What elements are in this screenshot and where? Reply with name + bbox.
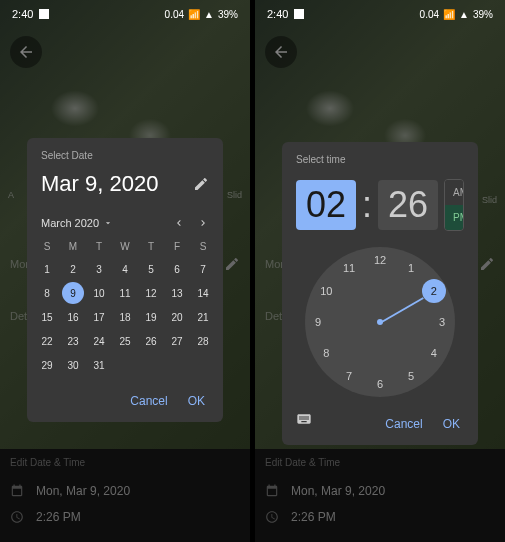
clock-hour[interactable]: 5 xyxy=(399,364,423,388)
keyboard-icon xyxy=(296,411,312,427)
calendar-day[interactable]: 29 xyxy=(36,354,58,376)
calendar-day[interactable]: 30 xyxy=(62,354,84,376)
month-label: March 2020 xyxy=(41,217,99,229)
keyboard-toggle[interactable] xyxy=(296,411,312,431)
calendar-day[interactable]: 16 xyxy=(62,306,84,328)
cancel-button[interactable]: Cancel xyxy=(130,394,167,408)
selected-date-display: Mar 9, 2020 xyxy=(41,171,158,197)
weekday-header: M xyxy=(61,237,85,256)
clock-hour[interactable]: 4 xyxy=(422,341,446,365)
status-battery: 39% xyxy=(218,9,238,20)
calendar-day[interactable]: 12 xyxy=(140,282,162,304)
status-net: 0.04 xyxy=(165,9,184,20)
calendar-day[interactable]: 6 xyxy=(166,258,188,280)
clock-face[interactable]: 123456789101112 xyxy=(305,247,455,397)
minute-input[interactable]: 26 xyxy=(378,180,438,230)
calendar-day[interactable]: 9 xyxy=(62,282,84,304)
weekday-header: W xyxy=(113,237,137,256)
calendar-day[interactable]: 25 xyxy=(114,330,136,352)
phone-date: 2:40 0.04 📶 ▲ 39% A Slid Mon Deta Select… xyxy=(0,0,250,542)
status-time: 2:40 xyxy=(267,8,288,20)
prev-month-button[interactable] xyxy=(173,217,185,229)
pm-button[interactable]: PM xyxy=(445,205,463,230)
clock-hour[interactable]: 3 xyxy=(430,310,454,334)
chevron-down-icon xyxy=(103,218,113,228)
status-time: 2:40 xyxy=(12,8,33,20)
weekday-header: S xyxy=(35,237,59,256)
calendar-day[interactable]: 28 xyxy=(192,330,214,352)
weekday-header: T xyxy=(139,237,163,256)
calendar-day[interactable]: 18 xyxy=(114,306,136,328)
calendar-day[interactable]: 22 xyxy=(36,330,58,352)
calendar-day[interactable]: 24 xyxy=(88,330,110,352)
clock-hour[interactable]: 11 xyxy=(337,256,361,280)
time-colon: : xyxy=(362,184,372,226)
weekday-header: F xyxy=(165,237,189,256)
clock-hour[interactable]: 9 xyxy=(306,310,330,334)
calendar-day[interactable]: 7 xyxy=(192,258,214,280)
cancel-button[interactable]: Cancel xyxy=(385,417,422,431)
time-picker-dialog: Select time 02 : 26 AM PM 12345678910111… xyxy=(282,142,478,445)
clock-hour[interactable]: 6 xyxy=(368,372,392,396)
status-battery: 39% xyxy=(473,9,493,20)
signal-icon: ▲ xyxy=(204,9,214,20)
month-dropdown[interactable]: March 2020 xyxy=(41,217,113,229)
calendar-day[interactable]: 2 xyxy=(62,258,84,280)
calendar-day[interactable]: 20 xyxy=(166,306,188,328)
status-bar: 2:40 0.04 📶 ▲ 39% xyxy=(255,0,505,28)
hour-input[interactable]: 02 xyxy=(296,180,356,230)
clock-hour[interactable]: 10 xyxy=(314,279,338,303)
calendar-day[interactable]: 23 xyxy=(62,330,84,352)
calendar-day[interactable]: 27 xyxy=(166,330,188,352)
wifi-icon: 📶 xyxy=(188,9,200,20)
clock-hour[interactable]: 7 xyxy=(337,364,361,388)
calendar-day[interactable]: 19 xyxy=(140,306,162,328)
calendar-day[interactable]: 5 xyxy=(140,258,162,280)
calendar-day[interactable]: 15 xyxy=(36,306,58,328)
weekday-header: S xyxy=(191,237,215,256)
weekday-header: T xyxy=(87,237,111,256)
date-dialog-title: Select Date xyxy=(27,138,223,165)
calendar-day[interactable]: 21 xyxy=(192,306,214,328)
am-button[interactable]: AM xyxy=(445,180,463,205)
calendar-day[interactable]: 14 xyxy=(192,282,214,304)
status-bar: 2:40 0.04 📶 ▲ 39% xyxy=(0,0,250,28)
calendar-day[interactable]: 31 xyxy=(88,354,110,376)
calendar-day[interactable]: 26 xyxy=(140,330,162,352)
clock-hour[interactable]: 8 xyxy=(314,341,338,365)
ok-button[interactable]: OK xyxy=(188,394,205,408)
ampm-toggle: AM PM xyxy=(444,179,464,231)
time-dialog-title: Select time xyxy=(282,142,478,169)
clock-hour[interactable]: 12 xyxy=(368,248,392,272)
calendar-grid: SMTWTFS123456789101112131415161718192021… xyxy=(27,233,223,384)
status-net: 0.04 xyxy=(420,9,439,20)
calendar-day[interactable]: 1 xyxy=(36,258,58,280)
ok-button[interactable]: OK xyxy=(443,417,460,431)
clock-hour[interactable]: 1 xyxy=(399,256,423,280)
clock-hour[interactable]: 2 xyxy=(422,279,446,303)
notification-icon xyxy=(39,9,49,19)
calendar-day[interactable]: 4 xyxy=(114,258,136,280)
date-picker-dialog: Select Date Mar 9, 2020 March 2020 SMTWT… xyxy=(27,138,223,422)
phone-time: 2:40 0.04 📶 ▲ 39% Slid Mon Deta Select t… xyxy=(255,0,505,542)
edit-date-icon[interactable] xyxy=(193,176,209,192)
calendar-day[interactable]: 11 xyxy=(114,282,136,304)
calendar-day[interactable]: 13 xyxy=(166,282,188,304)
calendar-day[interactable]: 3 xyxy=(88,258,110,280)
calendar-day[interactable]: 17 xyxy=(88,306,110,328)
wifi-icon: 📶 xyxy=(443,9,455,20)
notification-icon xyxy=(294,9,304,19)
next-month-button[interactable] xyxy=(197,217,209,229)
calendar-day[interactable]: 8 xyxy=(36,282,58,304)
signal-icon: ▲ xyxy=(459,9,469,20)
calendar-day[interactable]: 10 xyxy=(88,282,110,304)
